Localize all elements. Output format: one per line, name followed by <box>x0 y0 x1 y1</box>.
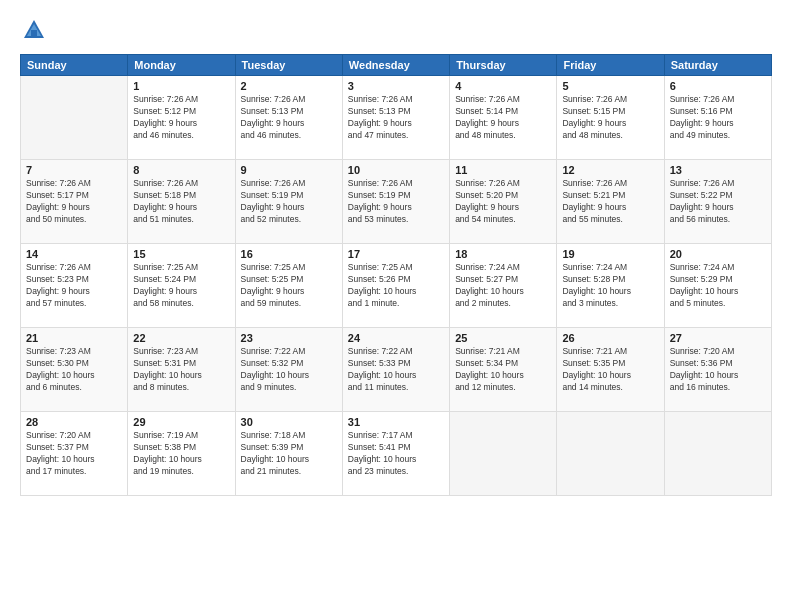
calendar-cell: 22Sunrise: 7:23 AM Sunset: 5:31 PM Dayli… <box>128 328 235 412</box>
day-info: Sunrise: 7:26 AM Sunset: 5:21 PM Dayligh… <box>562 178 658 226</box>
day-info: Sunrise: 7:26 AM Sunset: 5:23 PM Dayligh… <box>26 262 122 310</box>
day-number: 21 <box>26 332 122 344</box>
day-info: Sunrise: 7:25 AM Sunset: 5:24 PM Dayligh… <box>133 262 229 310</box>
day-number: 3 <box>348 80 444 92</box>
calendar-cell: 30Sunrise: 7:18 AM Sunset: 5:39 PM Dayli… <box>235 412 342 496</box>
day-info: Sunrise: 7:17 AM Sunset: 5:41 PM Dayligh… <box>348 430 444 478</box>
day-info: Sunrise: 7:21 AM Sunset: 5:35 PM Dayligh… <box>562 346 658 394</box>
day-info: Sunrise: 7:25 AM Sunset: 5:25 PM Dayligh… <box>241 262 337 310</box>
day-info: Sunrise: 7:26 AM Sunset: 5:13 PM Dayligh… <box>241 94 337 142</box>
calendar-cell <box>664 412 771 496</box>
calendar-cell: 16Sunrise: 7:25 AM Sunset: 5:25 PM Dayli… <box>235 244 342 328</box>
day-number: 2 <box>241 80 337 92</box>
calendar-cell: 17Sunrise: 7:25 AM Sunset: 5:26 PM Dayli… <box>342 244 449 328</box>
calendar-cell: 23Sunrise: 7:22 AM Sunset: 5:32 PM Dayli… <box>235 328 342 412</box>
day-number: 28 <box>26 416 122 428</box>
calendar-cell: 21Sunrise: 7:23 AM Sunset: 5:30 PM Dayli… <box>21 328 128 412</box>
day-number: 4 <box>455 80 551 92</box>
day-number: 13 <box>670 164 766 176</box>
calendar-header-tuesday: Tuesday <box>235 55 342 76</box>
day-info: Sunrise: 7:22 AM Sunset: 5:32 PM Dayligh… <box>241 346 337 394</box>
calendar-cell: 12Sunrise: 7:26 AM Sunset: 5:21 PM Dayli… <box>557 160 664 244</box>
calendar-cell: 20Sunrise: 7:24 AM Sunset: 5:29 PM Dayli… <box>664 244 771 328</box>
day-info: Sunrise: 7:26 AM Sunset: 5:13 PM Dayligh… <box>348 94 444 142</box>
logo <box>20 16 52 44</box>
calendar-header-friday: Friday <box>557 55 664 76</box>
day-info: Sunrise: 7:26 AM Sunset: 5:22 PM Dayligh… <box>670 178 766 226</box>
calendar-cell <box>21 76 128 160</box>
day-info: Sunrise: 7:26 AM Sunset: 5:16 PM Dayligh… <box>670 94 766 142</box>
calendar-cell: 25Sunrise: 7:21 AM Sunset: 5:34 PM Dayli… <box>450 328 557 412</box>
day-number: 1 <box>133 80 229 92</box>
logo-icon <box>20 16 48 44</box>
day-number: 22 <box>133 332 229 344</box>
calendar-cell: 24Sunrise: 7:22 AM Sunset: 5:33 PM Dayli… <box>342 328 449 412</box>
day-number: 26 <box>562 332 658 344</box>
day-info: Sunrise: 7:19 AM Sunset: 5:38 PM Dayligh… <box>133 430 229 478</box>
calendar-header-monday: Monday <box>128 55 235 76</box>
calendar-cell: 10Sunrise: 7:26 AM Sunset: 5:19 PM Dayli… <box>342 160 449 244</box>
calendar-cell: 7Sunrise: 7:26 AM Sunset: 5:17 PM Daylig… <box>21 160 128 244</box>
day-number: 6 <box>670 80 766 92</box>
day-info: Sunrise: 7:26 AM Sunset: 5:12 PM Dayligh… <box>133 94 229 142</box>
day-number: 30 <box>241 416 337 428</box>
day-number: 7 <box>26 164 122 176</box>
day-number: 8 <box>133 164 229 176</box>
calendar-cell: 1Sunrise: 7:26 AM Sunset: 5:12 PM Daylig… <box>128 76 235 160</box>
day-number: 11 <box>455 164 551 176</box>
day-info: Sunrise: 7:26 AM Sunset: 5:18 PM Dayligh… <box>133 178 229 226</box>
calendar-cell: 31Sunrise: 7:17 AM Sunset: 5:41 PM Dayli… <box>342 412 449 496</box>
calendar-cell: 3Sunrise: 7:26 AM Sunset: 5:13 PM Daylig… <box>342 76 449 160</box>
day-info: Sunrise: 7:26 AM Sunset: 5:17 PM Dayligh… <box>26 178 122 226</box>
day-number: 18 <box>455 248 551 260</box>
day-number: 31 <box>348 416 444 428</box>
day-number: 12 <box>562 164 658 176</box>
calendar-week-3: 14Sunrise: 7:26 AM Sunset: 5:23 PM Dayli… <box>21 244 772 328</box>
svg-rect-2 <box>31 30 37 38</box>
calendar-cell: 18Sunrise: 7:24 AM Sunset: 5:27 PM Dayli… <box>450 244 557 328</box>
calendar-cell: 15Sunrise: 7:25 AM Sunset: 5:24 PM Dayli… <box>128 244 235 328</box>
day-number: 17 <box>348 248 444 260</box>
calendar-cell: 29Sunrise: 7:19 AM Sunset: 5:38 PM Dayli… <box>128 412 235 496</box>
day-info: Sunrise: 7:24 AM Sunset: 5:28 PM Dayligh… <box>562 262 658 310</box>
day-number: 27 <box>670 332 766 344</box>
day-info: Sunrise: 7:26 AM Sunset: 5:19 PM Dayligh… <box>241 178 337 226</box>
day-info: Sunrise: 7:20 AM Sunset: 5:37 PM Dayligh… <box>26 430 122 478</box>
day-number: 10 <box>348 164 444 176</box>
calendar-cell: 2Sunrise: 7:26 AM Sunset: 5:13 PM Daylig… <box>235 76 342 160</box>
calendar-cell: 27Sunrise: 7:20 AM Sunset: 5:36 PM Dayli… <box>664 328 771 412</box>
calendar-cell <box>557 412 664 496</box>
calendar-header-thursday: Thursday <box>450 55 557 76</box>
calendar-cell: 8Sunrise: 7:26 AM Sunset: 5:18 PM Daylig… <box>128 160 235 244</box>
day-number: 5 <box>562 80 658 92</box>
day-info: Sunrise: 7:24 AM Sunset: 5:27 PM Dayligh… <box>455 262 551 310</box>
calendar-cell: 11Sunrise: 7:26 AM Sunset: 5:20 PM Dayli… <box>450 160 557 244</box>
day-info: Sunrise: 7:23 AM Sunset: 5:30 PM Dayligh… <box>26 346 122 394</box>
day-info: Sunrise: 7:26 AM Sunset: 5:19 PM Dayligh… <box>348 178 444 226</box>
day-info: Sunrise: 7:23 AM Sunset: 5:31 PM Dayligh… <box>133 346 229 394</box>
calendar-table: SundayMondayTuesdayWednesdayThursdayFrid… <box>20 54 772 496</box>
calendar-cell <box>450 412 557 496</box>
calendar-week-5: 28Sunrise: 7:20 AM Sunset: 5:37 PM Dayli… <box>21 412 772 496</box>
day-info: Sunrise: 7:20 AM Sunset: 5:36 PM Dayligh… <box>670 346 766 394</box>
header <box>20 16 772 44</box>
day-number: 16 <box>241 248 337 260</box>
day-number: 29 <box>133 416 229 428</box>
calendar-header-wednesday: Wednesday <box>342 55 449 76</box>
calendar-cell: 9Sunrise: 7:26 AM Sunset: 5:19 PM Daylig… <box>235 160 342 244</box>
calendar-header-saturday: Saturday <box>664 55 771 76</box>
day-info: Sunrise: 7:18 AM Sunset: 5:39 PM Dayligh… <box>241 430 337 478</box>
calendar-week-2: 7Sunrise: 7:26 AM Sunset: 5:17 PM Daylig… <box>21 160 772 244</box>
calendar-cell: 6Sunrise: 7:26 AM Sunset: 5:16 PM Daylig… <box>664 76 771 160</box>
calendar-cell: 19Sunrise: 7:24 AM Sunset: 5:28 PM Dayli… <box>557 244 664 328</box>
page: SundayMondayTuesdayWednesdayThursdayFrid… <box>0 0 792 612</box>
calendar-header-row: SundayMondayTuesdayWednesdayThursdayFrid… <box>21 55 772 76</box>
day-number: 14 <box>26 248 122 260</box>
calendar-cell: 26Sunrise: 7:21 AM Sunset: 5:35 PM Dayli… <box>557 328 664 412</box>
calendar-cell: 4Sunrise: 7:26 AM Sunset: 5:14 PM Daylig… <box>450 76 557 160</box>
day-number: 24 <box>348 332 444 344</box>
day-info: Sunrise: 7:26 AM Sunset: 5:15 PM Dayligh… <box>562 94 658 142</box>
day-number: 25 <box>455 332 551 344</box>
day-number: 20 <box>670 248 766 260</box>
day-info: Sunrise: 7:21 AM Sunset: 5:34 PM Dayligh… <box>455 346 551 394</box>
